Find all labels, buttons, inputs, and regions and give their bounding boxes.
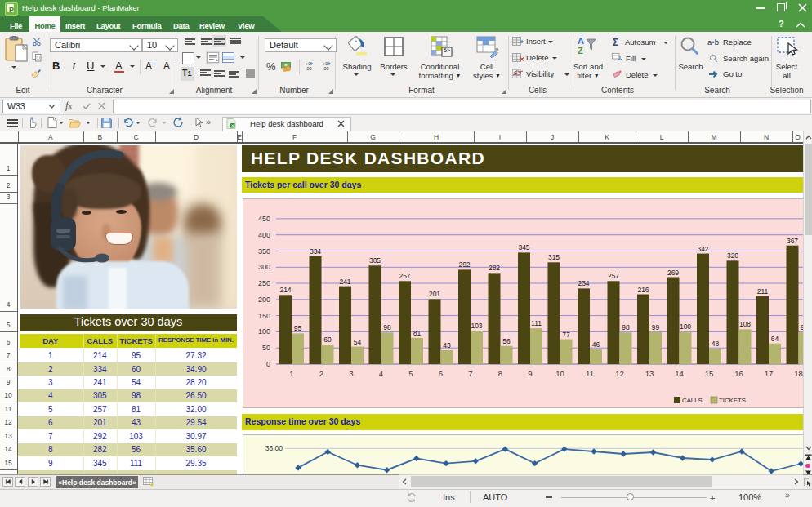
svg-text:9: 9: [528, 369, 532, 378]
svg-text:350: 350: [258, 247, 270, 256]
svg-text:111: 111: [531, 319, 542, 327]
svg-text:+0: +0: [306, 61, 310, 66]
svg-text:216: 216: [637, 286, 649, 294]
svg-text:98: 98: [622, 323, 630, 331]
svg-text:36.00: 36.00: [265, 444, 283, 452]
svg-text:+0: +0: [323, 61, 328, 66]
svg-text:CALLS: CALLS: [682, 397, 703, 404]
svg-text:292: 292: [458, 260, 470, 269]
svg-text:77: 77: [562, 331, 570, 339]
svg-text:15: 15: [705, 369, 714, 378]
svg-text:100: 100: [258, 327, 270, 336]
svg-text:Z: Z: [578, 46, 583, 56]
svg-text:282: 282: [489, 264, 500, 272]
svg-text:257: 257: [399, 272, 410, 280]
svg-text:60: 60: [323, 336, 332, 344]
svg-text:56: 56: [502, 337, 511, 345]
svg-text:11: 11: [586, 369, 594, 378]
svg-text:108: 108: [739, 320, 751, 328]
svg-text:2: 2: [319, 369, 323, 378]
svg-text:54: 54: [354, 338, 362, 346]
svg-text:334: 334: [310, 247, 321, 256]
svg-text:305: 305: [369, 256, 381, 265]
svg-text:6: 6: [439, 369, 443, 378]
svg-text:.00: .00: [306, 66, 312, 71]
svg-text:48: 48: [712, 340, 720, 348]
svg-text:5>: 5>: [444, 47, 450, 53]
svg-text:100: 100: [680, 322, 691, 331]
svg-text:12: 12: [615, 369, 624, 378]
svg-text:367: 367: [787, 237, 798, 245]
svg-text:81: 81: [413, 329, 422, 337]
svg-text:450: 450: [258, 215, 270, 223]
svg-text:TICKETS: TICKETS: [719, 397, 746, 404]
svg-text:200: 200: [258, 296, 270, 304]
svg-text:10: 10: [555, 369, 564, 378]
svg-text:150: 150: [258, 312, 270, 320]
svg-text:257: 257: [608, 272, 619, 280]
svg-text:300: 300: [258, 263, 270, 271]
svg-text:A: A: [578, 36, 584, 46]
svg-text:16: 16: [734, 369, 743, 378]
svg-text:320: 320: [727, 251, 738, 260]
svg-text:315: 315: [548, 253, 560, 261]
svg-text:64: 64: [771, 335, 779, 343]
svg-text:234: 234: [578, 279, 589, 287]
svg-text:201: 201: [429, 290, 440, 298]
svg-text:.00: .00: [323, 66, 329, 71]
svg-text:0: 0: [266, 360, 270, 368]
svg-text:214: 214: [279, 286, 291, 294]
svg-text:211: 211: [757, 287, 769, 296]
svg-text:50: 50: [262, 344, 270, 352]
svg-text:7: 7: [468, 369, 472, 378]
svg-text:103: 103: [471, 322, 482, 330]
svg-text:14: 14: [675, 369, 684, 378]
svg-text:98: 98: [383, 323, 391, 331]
svg-text:345: 345: [518, 243, 529, 251]
svg-text:17: 17: [765, 369, 774, 378]
svg-text:5: 5: [408, 369, 413, 378]
svg-text:3: 3: [349, 369, 353, 378]
svg-text:95: 95: [294, 324, 302, 332]
svg-text:18: 18: [794, 369, 803, 378]
svg-text:269: 269: [667, 269, 679, 277]
svg-text:250: 250: [258, 279, 270, 287]
svg-text:4: 4: [379, 369, 383, 378]
svg-text:46: 46: [592, 340, 600, 349]
svg-text:8: 8: [498, 369, 502, 378]
svg-text:1: 1: [289, 369, 293, 378]
svg-text:43: 43: [443, 341, 451, 349]
svg-text:400: 400: [258, 231, 270, 239]
svg-text:99: 99: [652, 323, 660, 331]
svg-text:342: 342: [697, 245, 708, 253]
svg-text:13: 13: [645, 369, 654, 378]
svg-text:241: 241: [339, 278, 350, 286]
